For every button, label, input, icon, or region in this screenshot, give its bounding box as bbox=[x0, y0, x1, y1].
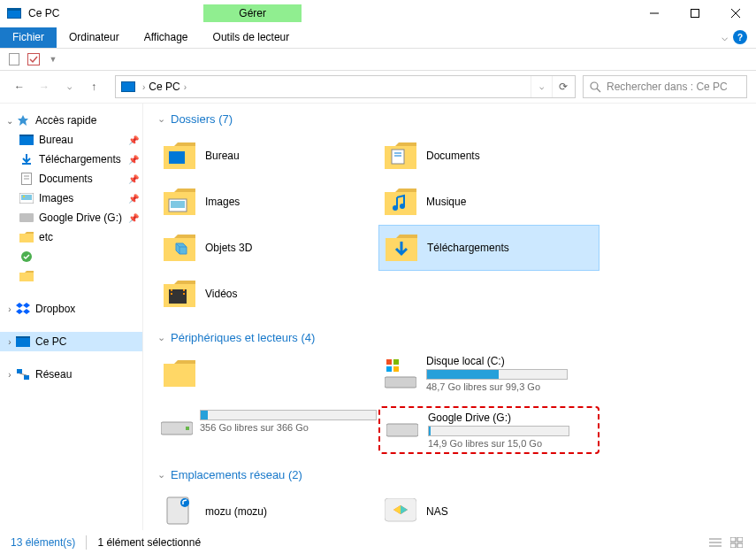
section-dossiers-header[interactable]: ⌄ Dossiers (7) bbox=[157, 112, 742, 126]
folder-icon bbox=[19, 231, 34, 243]
back-button[interactable]: ← bbox=[9, 76, 30, 97]
network-icon bbox=[16, 368, 30, 381]
expand-icon[interactable]: › bbox=[4, 370, 16, 380]
svg-rect-19 bbox=[19, 273, 34, 281]
search-input[interactable]: Rechercher dans : Ce PC bbox=[583, 75, 747, 98]
folder-label: Bureau bbox=[205, 150, 240, 162]
pc-icon bbox=[16, 335, 30, 348]
sidebar-reseau[interactable]: › Réseau bbox=[0, 365, 142, 384]
folder-label: Téléchargements bbox=[427, 242, 509, 254]
section-network-header[interactable]: ⌄ Emplacements réseau (2) bbox=[157, 468, 742, 481]
svg-point-55 bbox=[180, 498, 189, 507]
ribbon-tabs: Fichier Ordinateur Affichage Outils de l… bbox=[0, 27, 756, 49]
sidebar-item-bureau[interactable]: Bureau 📌 bbox=[0, 130, 142, 150]
svg-rect-1 bbox=[691, 10, 699, 18]
drive-item-c[interactable]: Disque local (C:) 48,7 Go libres sur 99,… bbox=[378, 351, 599, 396]
drive-capacity-bar bbox=[426, 369, 568, 380]
svg-rect-28 bbox=[392, 150, 404, 164]
qat-check-icon[interactable] bbox=[27, 52, 41, 66]
svg-point-15 bbox=[23, 196, 25, 197]
star-icon bbox=[16, 114, 30, 127]
svg-line-7 bbox=[597, 88, 600, 92]
network-item-mozu[interactable]: mozu (mozu) bbox=[157, 489, 378, 530]
svg-rect-34 bbox=[385, 192, 416, 215]
section-title: Emplacements réseau (2) bbox=[171, 468, 302, 481]
folder-objets3d[interactable]: Objets 3D bbox=[157, 225, 378, 271]
breadcrumb-sep-icon: › bbox=[142, 82, 145, 92]
svg-rect-5 bbox=[28, 54, 40, 65]
svg-rect-23 bbox=[24, 375, 29, 380]
sidebar-item-images[interactable]: Images 📌 bbox=[0, 189, 142, 208]
tab-affichage[interactable]: Affichage bbox=[132, 27, 201, 48]
svg-rect-45 bbox=[164, 364, 195, 387]
sidebar-cepc[interactable]: › Ce PC bbox=[0, 332, 142, 351]
qat-dropdown-icon[interactable]: ▼ bbox=[46, 52, 60, 66]
section-drives-header[interactable]: ⌄ Périphériques et lecteurs (4) bbox=[157, 331, 742, 344]
drive-item-unnamed[interactable]: 356 Go libres sur 366 Go bbox=[157, 406, 378, 454]
desktop-folder-icon bbox=[161, 137, 198, 174]
address-dropdown-icon[interactable]: ⌵ bbox=[531, 76, 552, 97]
folder-label: Musique bbox=[426, 196, 466, 208]
drives-grid: Disque local (C:) 48,7 Go libres sur 99,… bbox=[157, 351, 742, 454]
maximize-button[interactable] bbox=[675, 0, 715, 27]
svg-rect-50 bbox=[393, 366, 399, 372]
folder-bureau[interactable]: Bureau bbox=[157, 133, 378, 179]
expand-icon[interactable]: › bbox=[4, 337, 16, 347]
network-grid: mozu (mozu) NAS bbox=[157, 489, 742, 530]
view-icons-button[interactable] bbox=[728, 535, 745, 550]
drive-item-googledrive[interactable]: Google Drive (G:) 14,9 Go libres sur 15,… bbox=[378, 406, 599, 454]
pin-icon: 📌 bbox=[128, 213, 139, 223]
breadcrumb-item[interactable]: Ce PC bbox=[149, 81, 179, 93]
recent-dropdown[interactable]: ⌵ bbox=[58, 76, 80, 97]
qat-blank-icon[interactable] bbox=[7, 52, 21, 66]
refresh-button[interactable]: ⟳ bbox=[552, 76, 573, 97]
sidebar-item-etc[interactable]: etc bbox=[0, 227, 142, 247]
chevron-down-icon[interactable]: ⌵ bbox=[722, 31, 728, 43]
address-bar[interactable]: › Ce PC › ⌵ ⟳ bbox=[115, 75, 576, 98]
expand-icon[interactable]: › bbox=[4, 304, 16, 314]
help-icon[interactable]: ? bbox=[733, 30, 747, 44]
images-folder-icon bbox=[161, 183, 198, 220]
folder-images[interactable]: Images bbox=[157, 179, 378, 225]
sidebar-item-googledrive[interactable]: Google Drive (G:) 📌 bbox=[0, 208, 142, 227]
sidebar-item-telechargements[interactable]: Téléchargements 📌 bbox=[0, 150, 142, 169]
minimize-button[interactable] bbox=[634, 0, 675, 27]
folder-musique[interactable]: Musique bbox=[378, 179, 599, 225]
svg-rect-14 bbox=[21, 195, 32, 200]
sidebar-item-documents[interactable]: Documents 📌 bbox=[0, 169, 142, 189]
sidebar-dropbox[interactable]: › Dropbox bbox=[0, 299, 142, 319]
folder-telechargements[interactable]: Téléchargements bbox=[378, 225, 599, 271]
collapse-icon[interactable]: ⌄ bbox=[4, 116, 16, 126]
dropbox-icon bbox=[16, 303, 30, 315]
up-button[interactable]: ↑ bbox=[83, 76, 104, 97]
window-controls bbox=[634, 0, 756, 27]
manage-tab[interactable]: Gérer bbox=[203, 4, 302, 22]
view-details-button[interactable] bbox=[706, 535, 724, 550]
folder-videos[interactable]: Vidéos bbox=[157, 271, 378, 317]
network-item-nas[interactable]: NAS bbox=[378, 489, 599, 530]
pin-icon: 📌 bbox=[128, 194, 139, 204]
sidebar-item-label: Google Drive (G:) bbox=[39, 212, 122, 224]
sidebar-item-label: Téléchargements bbox=[39, 153, 121, 165]
svg-rect-40 bbox=[169, 289, 187, 304]
drive-free-text: 356 Go libres sur 366 Go bbox=[200, 422, 377, 433]
quick-access-toolbar: ▼ bbox=[0, 49, 756, 71]
forward-button[interactable]: → bbox=[34, 76, 55, 97]
drive-item-floppy[interactable] bbox=[157, 351, 378, 396]
tab-outils[interactable]: Outils de lecteur bbox=[201, 27, 302, 48]
downloads-folder-icon bbox=[383, 229, 420, 266]
sidebar-quick-access[interactable]: ⌄ Accès rapide bbox=[0, 111, 142, 130]
folder-documents[interactable]: Documents bbox=[378, 133, 599, 179]
tab-fichier[interactable]: Fichier bbox=[0, 27, 57, 48]
drive-icon bbox=[19, 212, 34, 224]
sidebar-item-unknown2[interactable] bbox=[0, 266, 142, 286]
close-button[interactable] bbox=[715, 0, 756, 27]
content-area: ⌄ Dossiers (7) Bureau Documents Images M… bbox=[143, 104, 756, 530]
folder-label: Images bbox=[205, 196, 240, 208]
chevron-down-icon: ⌄ bbox=[157, 332, 165, 343]
drive-capacity-bar bbox=[428, 426, 569, 436]
help-area: ⌵ ? bbox=[722, 30, 756, 44]
svg-rect-60 bbox=[730, 537, 736, 542]
sidebar-item-unknown1[interactable] bbox=[0, 247, 142, 266]
tab-ordinateur[interactable]: Ordinateur bbox=[57, 27, 132, 48]
